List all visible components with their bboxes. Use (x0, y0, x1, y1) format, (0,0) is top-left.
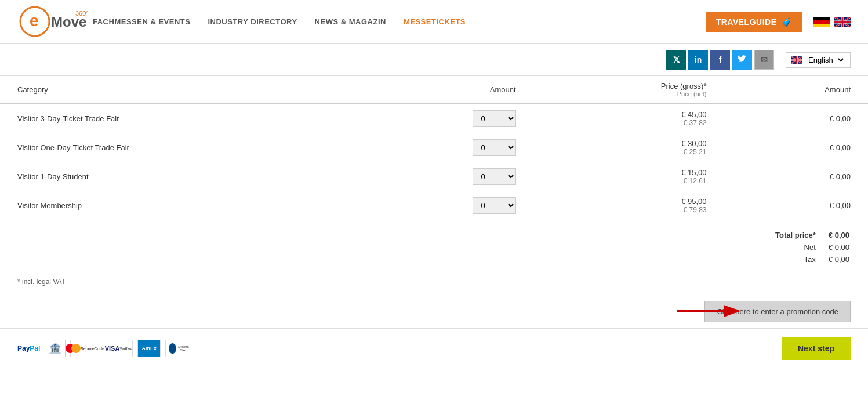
svg-text:360°: 360° (75, 10, 89, 17)
language-dropdown[interactable]: English Deutsch (806, 55, 845, 65)
flag-area (813, 17, 851, 27)
paypal-icon: PayPal (17, 340, 40, 357)
main-nav: FACHMESSEN & EVENTS INDUSTRY DIRECTORY N… (93, 17, 706, 26)
row-total-2: € 0,00 (724, 162, 868, 191)
uk-flag[interactable] (834, 17, 851, 27)
header: e Move 360° FACHMESSEN & EVENTS INDUSTRY… (0, 0, 868, 44)
mastercard-icon: SecureCode (70, 340, 99, 357)
totals-area: Total price* € 0,00 Net € 0,00 Tax € 0,0… (0, 220, 868, 268)
german-flag[interactable] (813, 17, 830, 27)
footer-area: PayPal 🏦 SecureCode VISA Verified AmEx D… (0, 328, 868, 368)
table-row: Visitor One-Day-Ticket Trade Fair 012345… (0, 133, 868, 162)
next-step-button[interactable]: Next step (782, 337, 851, 360)
amount-select-2[interactable]: 012345678910 (473, 168, 516, 185)
nav-news[interactable]: NEWS & MAGAZIN (315, 17, 386, 26)
linkedin-icon[interactable]: in (688, 50, 708, 70)
row-price-3: € 95,00 € 79,83 (533, 191, 724, 220)
totals-table: Total price* € 0,00 Net € 0,00 Tax € 0,0… (762, 228, 851, 266)
language-flag (791, 56, 802, 64)
total-price-row: Total price* € 0,00 (764, 230, 849, 241)
nav-fachmessen[interactable]: FACHMESSEN & EVENTS (93, 17, 190, 26)
logo[interactable]: e Move 360° (17, 6, 93, 38)
facebook-icon[interactable]: f (710, 50, 730, 70)
amount-select-0[interactable]: 012345678910 (473, 110, 516, 127)
col-amount2: Amount (724, 76, 868, 104)
table-row: Visitor Membership 012345678910 € 95,00 … (0, 191, 868, 220)
visa-verified-icon: VISA Verified (104, 340, 133, 357)
row-price-0: € 45,00 € 37,82 (533, 104, 724, 133)
tax-label: Tax (764, 254, 816, 265)
row-price-2: € 15,00 € 12,61 (533, 162, 724, 191)
briefcase-icon: 🧳 (782, 17, 792, 27)
social-bar: 𝕏 in f ✉ English Deutsch (0, 44, 868, 76)
total-price-value: € 0,00 (817, 230, 849, 241)
row-category-3: Visitor Membership (0, 191, 348, 220)
row-total-3: € 0,00 (724, 191, 868, 220)
row-amount-3[interactable]: 012345678910 (348, 191, 533, 220)
net-row: Net € 0,00 (764, 242, 849, 253)
row-amount-2[interactable]: 012345678910 (348, 162, 533, 191)
twitter-icon[interactable] (732, 50, 752, 70)
nav-messetickets[interactable]: MESSETICKETS (404, 17, 466, 26)
row-amount-1[interactable]: 012345678910 (348, 133, 533, 162)
table-row: Visitor 1-Day Student 012345678910 € 15,… (0, 162, 868, 191)
amex-icon: AmEx (137, 340, 161, 357)
tax-value: € 0,00 (817, 254, 849, 265)
diners-icon: Diners Club (165, 340, 194, 357)
row-price-1: € 30,00 € 25,21 (533, 133, 724, 162)
row-category-0: Visitor 3-Day-Ticket Trade Fair (0, 104, 348, 133)
row-category-1: Visitor One-Day-Ticket Trade Fair (0, 133, 348, 162)
email-icon[interactable]: ✉ (754, 50, 774, 70)
ticket-table: Category Amount Price (gross)* Price (ne… (0, 76, 868, 220)
col-category: Category (0, 76, 348, 104)
table-row: Visitor 3-Day-Ticket Trade Fair 01234567… (0, 104, 868, 133)
payment-icons: PayPal 🏦 SecureCode VISA Verified AmEx D… (17, 340, 194, 357)
svg-text:e: e (30, 12, 39, 30)
bank-icon: 🏦 (45, 340, 66, 357)
tax-row: Tax € 0,00 (764, 254, 849, 265)
svg-rect-4 (813, 17, 830, 20)
row-total-1: € 0,00 (724, 133, 868, 162)
col-price: Price (gross)* Price (net) (533, 76, 724, 104)
language-selector[interactable]: English Deutsch (786, 52, 851, 68)
row-amount-0[interactable]: 012345678910 (348, 104, 533, 133)
amount-select-1[interactable]: 012345678910 (473, 139, 516, 156)
total-price-label: Total price* (764, 230, 816, 241)
vat-note: * incl. legal VAT (0, 268, 868, 295)
travelguide-button[interactable]: TRAVELGUIDE 🧳 (706, 12, 802, 32)
svg-rect-5 (813, 20, 830, 24)
col-amount1: Amount (348, 76, 533, 104)
net-value: € 0,00 (817, 242, 849, 253)
row-category-2: Visitor 1-Day Student (0, 162, 348, 191)
amount-select-3[interactable]: 012345678910 (473, 197, 516, 214)
row-total-0: € 0,00 (724, 104, 868, 133)
promo-section: Click here to enter a promotion code (0, 295, 868, 328)
xing-icon[interactable]: 𝕏 (666, 50, 686, 70)
nav-industry[interactable]: INDUSTRY DIRECTORY (208, 17, 297, 26)
table-header-row: Category Amount Price (gross)* Price (ne… (0, 76, 868, 104)
promo-arrow (677, 299, 746, 324)
svg-rect-6 (813, 24, 830, 27)
net-label: Net (764, 242, 816, 253)
